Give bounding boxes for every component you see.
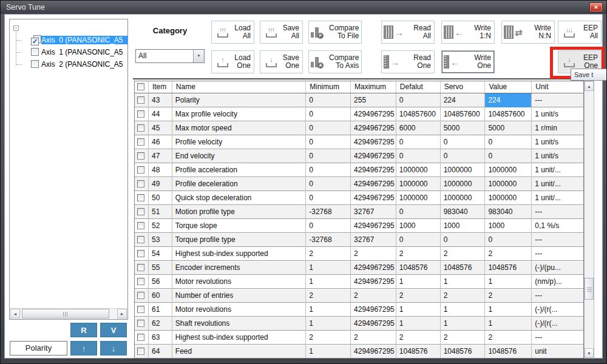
row-checkbox[interactable] bbox=[135, 331, 149, 345]
cell-def[interactable]: 1 bbox=[396, 317, 441, 331]
table-row[interactable]: 64Feed14294967295104857610485761048576un… bbox=[135, 345, 583, 359]
cell-value[interactable]: 1 bbox=[485, 317, 532, 331]
table-row[interactable]: 56Motor revolutions14294967295111(nm/p).… bbox=[135, 275, 583, 289]
tree-item-axis-1[interactable]: Axis 1 (PANASONIC_A5 bbox=[31, 47, 123, 58]
cell-servo[interactable]: 0 bbox=[441, 135, 486, 149]
cell-item[interactable]: 56 bbox=[149, 275, 172, 289]
axis-checkbox[interactable] bbox=[31, 60, 39, 68]
cell-max[interactable]: 4294967295 bbox=[351, 275, 396, 289]
cell-min[interactable]: 0 bbox=[306, 149, 351, 163]
cell-max[interactable]: 2 bbox=[351, 247, 396, 261]
cell-servo[interactable]: 2 bbox=[441, 331, 486, 345]
cell-max[interactable]: 4294967295 bbox=[351, 135, 396, 149]
cell-unit[interactable]: (-)/(pu... bbox=[532, 261, 583, 275]
row-checkbox[interactable] bbox=[135, 303, 149, 317]
cell-item[interactable]: 51 bbox=[149, 205, 172, 219]
write-one-button[interactable]: ←WriteOne bbox=[441, 50, 495, 73]
cell-def[interactable]: 0 bbox=[396, 93, 441, 107]
row-checkbox[interactable] bbox=[135, 107, 149, 121]
cell-item[interactable]: 62 bbox=[149, 317, 172, 331]
cell-min[interactable]: 0 bbox=[306, 121, 351, 135]
cell-def[interactable]: 2 bbox=[396, 289, 441, 303]
save-one-button[interactable]: ↓SaveOne bbox=[260, 50, 303, 73]
cell-def[interactable]: 6000 bbox=[396, 121, 441, 135]
cell-servo[interactable]: 1 bbox=[441, 275, 486, 289]
cell-item[interactable]: 52 bbox=[149, 219, 172, 233]
cell-item[interactable]: 50 bbox=[149, 191, 172, 205]
table-row[interactable]: 61Motor revolutions14294967295111(-)/(r(… bbox=[135, 303, 583, 317]
chevron-down-icon[interactable]: ▼ bbox=[193, 50, 204, 62]
cell-name[interactable]: Quick stop deceleration bbox=[172, 191, 306, 205]
cell-value[interactable]: 1000000 bbox=[485, 191, 532, 205]
cell-max[interactable]: 4294967295 bbox=[351, 149, 396, 163]
cell-def[interactable]: 1 bbox=[396, 303, 441, 317]
compare-to-axis-button[interactable]: ACompareTo Axis bbox=[308, 50, 362, 73]
cell-min[interactable]: 0 bbox=[306, 135, 351, 149]
table-row[interactable]: 54Highest sub-index supported22222--- bbox=[135, 247, 583, 261]
row-checkbox[interactable] bbox=[135, 289, 149, 303]
cell-name[interactable]: Motor revolutions bbox=[172, 275, 306, 289]
cell-item[interactable]: 60 bbox=[149, 289, 172, 303]
cell-unit[interactable]: 1 r/min bbox=[532, 121, 583, 135]
cell-item[interactable]: 55 bbox=[149, 261, 172, 275]
table-row[interactable]: 49Profile deceleration042949672951000000… bbox=[135, 177, 583, 191]
table-row[interactable]: 52Torque slope042949672951000100010000,1… bbox=[135, 219, 583, 233]
cell-max[interactable]: 4294967295 bbox=[351, 345, 396, 359]
cell-value[interactable]: 1000000 bbox=[485, 177, 532, 191]
cell-value[interactable]: 1048576 bbox=[485, 345, 532, 359]
cell-servo[interactable]: 104857600 bbox=[441, 107, 486, 121]
cell-item[interactable]: 53 bbox=[149, 233, 172, 247]
cell-name[interactable]: End velocity bbox=[172, 149, 306, 163]
row-checkbox[interactable] bbox=[135, 233, 149, 247]
cell-item[interactable]: 46 bbox=[149, 135, 172, 149]
table-row[interactable]: 50Quick stop deceleration042949672951000… bbox=[135, 191, 583, 205]
cell-max[interactable]: 32767 bbox=[351, 233, 396, 247]
cell-unit[interactable]: --- bbox=[532, 205, 583, 219]
cell-value[interactable]: 5000 bbox=[485, 121, 532, 135]
r-button[interactable]: R bbox=[70, 323, 97, 337]
cell-servo[interactable]: 1000000 bbox=[441, 163, 486, 177]
cell-max[interactable]: 2 bbox=[351, 289, 396, 303]
header-value[interactable]: Value bbox=[485, 81, 532, 93]
tree-item-axis-0[interactable]: ✓Axis 0 (PANASONIC_A5 bbox=[31, 35, 128, 46]
cell-min[interactable]: -32768 bbox=[306, 233, 351, 247]
axis-checkbox[interactable]: ✓ bbox=[31, 38, 39, 46]
cell-max[interactable]: 255 bbox=[351, 93, 396, 107]
cell-item[interactable]: 45 bbox=[149, 121, 172, 135]
cell-name[interactable]: Motor revolutions bbox=[172, 303, 306, 317]
cell-max[interactable]: 4294967295 bbox=[351, 121, 396, 135]
cell-name[interactable]: Encoder increments bbox=[172, 261, 306, 275]
cell-def[interactable]: 1048576 bbox=[396, 345, 441, 359]
cell-def[interactable]: 0 bbox=[396, 233, 441, 247]
cell-def[interactable]: 0 bbox=[396, 205, 441, 219]
row-checkbox[interactable] bbox=[135, 275, 149, 289]
select-all-checkbox[interactable] bbox=[135, 81, 149, 93]
cell-value[interactable]: 0 bbox=[485, 135, 532, 149]
cell-min[interactable]: 1 bbox=[306, 261, 351, 275]
tree-horizontal-scrollbar[interactable]: ◄ ► bbox=[10, 308, 127, 318]
cell-name[interactable]: Torque slope bbox=[172, 219, 306, 233]
cell-item[interactable]: 43 bbox=[149, 93, 172, 107]
row-checkbox[interactable] bbox=[135, 247, 149, 261]
tree-item-axis-2[interactable]: Axis 2 (PANASONIC_A5 bbox=[31, 59, 123, 70]
cell-def[interactable]: 1000000 bbox=[396, 163, 441, 177]
cell-value[interactable]: 224 bbox=[485, 93, 532, 107]
cell-unit[interactable]: 0,1 %/s bbox=[532, 219, 583, 233]
cell-min[interactable]: 0 bbox=[306, 107, 351, 121]
table-row[interactable]: 51Motion profile type-327683276709830409… bbox=[135, 205, 583, 219]
v-button[interactable]: V bbox=[100, 323, 127, 337]
cell-servo[interactable]: 1 bbox=[441, 317, 486, 331]
cell-servo[interactable]: 2 bbox=[441, 247, 486, 261]
read-all-button[interactable]: →ReadAll bbox=[381, 21, 435, 44]
cell-servo[interactable]: 0 bbox=[441, 233, 486, 247]
cell-max[interactable]: 4294967295 bbox=[351, 177, 396, 191]
cell-name[interactable]: Profile deceleration bbox=[172, 177, 306, 191]
row-checkbox[interactable] bbox=[135, 93, 149, 107]
cell-min[interactable]: 2 bbox=[306, 331, 351, 345]
table-row[interactable]: 48Profile acceleration042949672951000000… bbox=[135, 163, 583, 177]
table-row[interactable]: 62Shaft revolutions14294967295111(-)/(r(… bbox=[135, 317, 583, 331]
load-all-button[interactable]: ↑↑↑LoadAll bbox=[211, 21, 254, 44]
cell-name[interactable]: Polarity bbox=[172, 93, 306, 107]
cell-unit[interactable]: 1 unit/s bbox=[532, 107, 583, 121]
cell-unit[interactable]: 1 unit/s bbox=[532, 149, 583, 163]
